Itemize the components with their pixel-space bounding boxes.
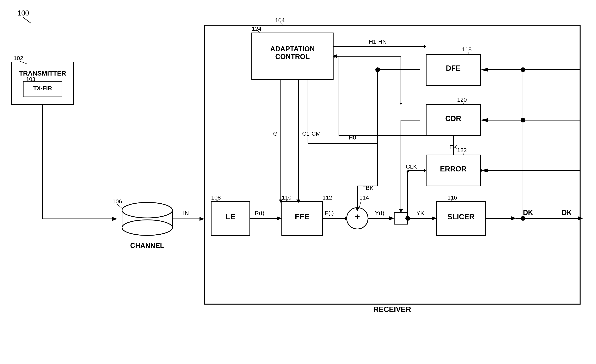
- c1cm-label: C1-CM: [302, 130, 320, 137]
- le-label: LE: [225, 212, 235, 221]
- dk-label-out: DK: [562, 209, 572, 216]
- ref-118: 118: [462, 46, 472, 52]
- svg-point-2: [122, 202, 172, 218]
- error-label: ERROR: [440, 165, 466, 173]
- ref-112: 112: [322, 194, 332, 201]
- slicer-label: SLICER: [447, 213, 474, 221]
- adaptation-label-1: ADAPTATION: [270, 45, 315, 53]
- ref-110: 110: [282, 194, 291, 201]
- dk-label: DK: [523, 209, 533, 216]
- ref-114: 114: [359, 194, 369, 201]
- junction-h0-dfe: [375, 67, 380, 72]
- ref-122: 122: [457, 147, 467, 153]
- receiver-label: RECEIVER: [373, 305, 411, 313]
- clk-label: CLK: [406, 163, 417, 170]
- summer-label: +: [355, 212, 360, 222]
- ffe-label: FFE: [295, 212, 310, 221]
- h1hn-label: H1-HN: [369, 38, 387, 45]
- svg-point-5: [122, 220, 172, 235]
- ref-106: 106: [112, 198, 122, 205]
- h0-label: H0: [349, 134, 356, 141]
- yt-label: Y(t): [375, 210, 384, 216]
- transmitter-label: TRANSMITTER: [19, 70, 66, 77]
- ref-103: 103: [26, 76, 35, 82]
- yk-label: YK: [417, 210, 424, 216]
- rt-label: R(t): [255, 210, 264, 216]
- ref-124: 124: [252, 25, 261, 32]
- g-label: G: [273, 130, 278, 137]
- channel-label: CHANNEL: [130, 242, 164, 250]
- tx-fir-label: TX-FIR: [33, 85, 52, 91]
- cdr-label: CDR: [445, 114, 461, 123]
- adaptation-label-2: CONTROL: [275, 53, 310, 61]
- ref-116: 116: [447, 194, 457, 201]
- in-label: IN: [183, 210, 189, 216]
- fbk-label: FBK: [362, 185, 373, 191]
- diagram-container: 100 TRANSMITTER 102 TX-FIR 103 106 CHANN…: [0, 0, 596, 364]
- ref-108: 108: [211, 194, 221, 201]
- ref-100: 100: [17, 9, 29, 17]
- dfe-label: DFE: [446, 64, 461, 72]
- ref-102: 102: [14, 55, 23, 61]
- ref-120: 120: [457, 97, 467, 103]
- arrow-to-channel: [112, 217, 117, 221]
- arrow-channel-le: [200, 217, 204, 221]
- ft-label: F(t): [325, 210, 334, 216]
